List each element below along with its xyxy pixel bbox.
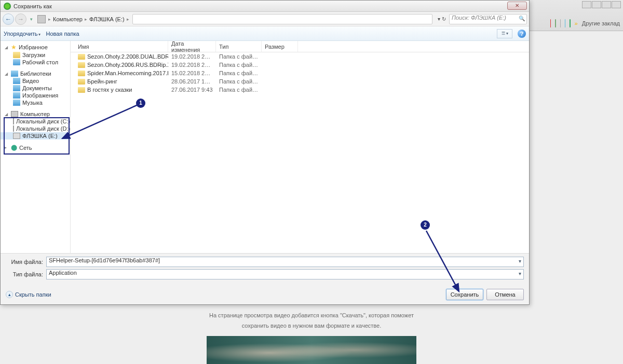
table-row[interactable]: Spider.Man.Homecoming.2017.BDRip.1.4...1…: [71, 69, 529, 77]
file-pane: Имя Дата изменения Тип Размер Sezon.Ohot…: [71, 41, 529, 253]
cancel-button[interactable]: Отмена: [486, 289, 524, 300]
tree-libraries[interactable]: ◢Библиотеки: [1, 70, 70, 77]
page-caption: На странице просмотра видео добавится кн…: [0, 310, 623, 330]
tree-computer[interactable]: ◢Компьютер: [1, 110, 70, 118]
folder-icon: [78, 62, 85, 68]
filetype-label: Тип файла:: [6, 271, 46, 277]
abp-icon[interactable]: [550, 19, 551, 27]
view-mode-dropdown[interactable]: ☰▾: [497, 29, 512, 38]
save-button[interactable]: Сохранить: [446, 289, 483, 300]
tree-item-videos[interactable]: Видео: [1, 77, 70, 85]
window-controls[interactable]: [582, 1, 621, 8]
tree-item-disk-c[interactable]: Локальный диск (C:): [1, 118, 70, 125]
tree-item-documents[interactable]: Документы: [1, 85, 70, 92]
tree-item-music[interactable]: Музыка: [1, 99, 70, 106]
crumb-drive[interactable]: ФЛЭШКА (E:): [89, 16, 125, 22]
col-type[interactable]: Тип: [216, 41, 262, 52]
ext-icon[interactable]: [560, 19, 561, 27]
titlebar: Сохранить как ✕: [1, 1, 529, 12]
help-button[interactable]: ?: [518, 30, 526, 38]
folder-icon: [78, 87, 85, 93]
column-headers[interactable]: Имя Дата изменения Тип Размер: [71, 41, 529, 52]
ext-icon[interactable]: [565, 19, 565, 27]
filename-label: Имя файла:: [6, 259, 46, 265]
breadcrumb[interactable]: ▸Компьютер ▸ФЛЭШКА (E:) ▸: [48, 16, 129, 22]
tree-favorites[interactable]: ◢★Избранное: [1, 43, 70, 51]
folder-icon: [78, 54, 85, 60]
forward-button[interactable]: →: [15, 13, 26, 25]
video-thumbnail[interactable]: [207, 336, 416, 364]
tree-network[interactable]: ▸⬤Сеть: [1, 144, 70, 151]
file-list[interactable]: Sezon.Ohoty.2.2008.DUAL.BDRip.RERip.X...…: [71, 52, 529, 253]
tree-item-flash-e[interactable]: ФЛЭШКА (E:): [1, 132, 70, 139]
hide-folders-link[interactable]: ▴Скрыть папки: [6, 291, 51, 298]
tree-item-pictures[interactable]: Изображения: [1, 92, 70, 99]
folder-icon: [78, 79, 85, 85]
search-input[interactable]: Поиск: ФЛЭШКА (E:): [449, 14, 527, 24]
tree-item-downloads[interactable]: Загрузки: [1, 51, 70, 59]
col-date[interactable]: Дата изменения: [168, 41, 216, 52]
nav-history-dropdown[interactable]: ▾: [28, 13, 35, 25]
bottom-bar: Имя файла: SFHelper-Setup-[6d1d76e947f3b…: [1, 253, 529, 304]
filename-input[interactable]: SFHelper-Setup-[6d1d76e947f3b6ab#387#]: [46, 257, 524, 267]
table-row[interactable]: Sezon.Ohoty.2.2008.DUAL.BDRip.RERip.X...…: [71, 52, 529, 61]
save-as-dialog: Сохранить как ✕ ← → ▾ ▸Компьютер ▸ФЛЭШКА…: [0, 0, 530, 305]
new-folder-button[interactable]: Новая папка: [46, 31, 79, 37]
table-row[interactable]: Брейн-ринг28.06.2017 15:14Папка с файлам…: [71, 77, 529, 86]
crumb-computer[interactable]: Компьютер: [53, 16, 83, 22]
tree-item-disk-d[interactable]: Локальный диск (D:): [1, 125, 70, 132]
col-name[interactable]: Имя: [75, 41, 168, 52]
table-row[interactable]: В гостях у сказки27.06.2017 9:43Папка с …: [71, 86, 529, 94]
device-icon: [37, 15, 46, 23]
address-bar[interactable]: [132, 14, 433, 24]
refresh-icon[interactable]: ▾ ↻: [436, 16, 448, 22]
navbar: ← → ▾ ▸Компьютер ▸ФЛЭШКА (E:) ▸ ▾ ↻ Поис…: [1, 12, 529, 26]
bookmark-bar: » Другие заклад: [550, 18, 620, 29]
app-icon: [4, 3, 11, 10]
ext-icon[interactable]: [570, 19, 570, 27]
annotation-2: 2: [421, 220, 430, 230]
other-bookmarks[interactable]: Другие заклад: [582, 20, 620, 26]
tree-item-desktop[interactable]: Рабочий стол: [1, 59, 70, 66]
col-size[interactable]: Размер: [262, 41, 298, 52]
close-button[interactable]: ✕: [507, 2, 527, 10]
nav-tree: ◢★Избранное Загрузки Рабочий стол ◢Библи…: [1, 41, 71, 253]
toolbar: Упорядочить▾ Новая папка ☰▾ ?: [1, 26, 529, 41]
folder-icon: [78, 71, 85, 76]
ext-icon[interactable]: [555, 19, 556, 27]
table-row[interactable]: Sezon.Ohoty.2006.RUS.BDRip.XviD.AC3.-...…: [71, 61, 529, 69]
organize-menu[interactable]: Упорядочить▾: [4, 31, 40, 37]
filetype-select[interactable]: Application: [46, 269, 524, 279]
annotation-1: 1: [136, 99, 145, 108]
dialog-title: Сохранить как: [13, 3, 52, 9]
back-button[interactable]: ←: [3, 13, 14, 25]
